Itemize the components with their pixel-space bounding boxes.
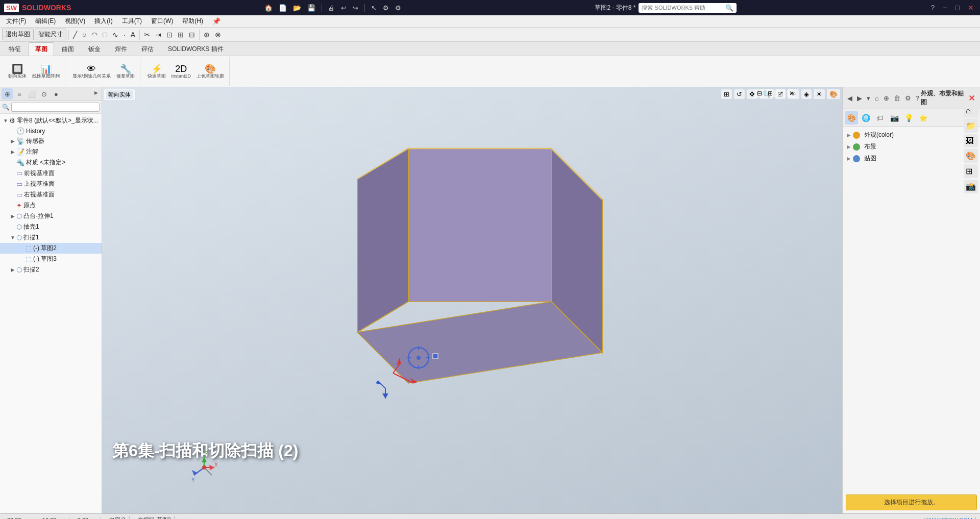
- panel-tab-feature[interactable]: ⊕: [2, 88, 13, 100]
- spline-btn[interactable]: ∿: [110, 30, 120, 40]
- panel-collapse-btn[interactable]: ▸: [92, 88, 100, 100]
- print-btn[interactable]: 🖨: [327, 3, 336, 13]
- help-btn[interactable]: ?: [929, 4, 937, 12]
- trim-btn[interactable]: ✂: [142, 30, 152, 40]
- nav-options-btn[interactable]: ⚙: [903, 94, 913, 103]
- viewport[interactable]: 朝向实体 ⊞ ↺ ✥ 🔍 ⊡ 👁 ◈ ☀ 🎨: [102, 87, 842, 513]
- table-mini-btn[interactable]: ⊞: [964, 164, 978, 178]
- tree-item-material[interactable]: 🔩 材质 <未指定>: [0, 157, 102, 168]
- palette-mini-btn[interactable]: 🎨: [964, 149, 978, 163]
- lighting-btn[interactable]: ☀: [814, 89, 825, 99]
- tree-item-notes[interactable]: ▶ 📝 注解: [0, 146, 102, 157]
- view-orientation-btn[interactable]: 🔲 朝向实体: [6, 63, 29, 80]
- nav-add-btn[interactable]: ⊕: [882, 94, 891, 103]
- tree-item-sweep2[interactable]: ▶ ⬡ 扫描2: [0, 264, 102, 275]
- home-mini-btn[interactable]: ⌂: [964, 104, 978, 117]
- home-btn[interactable]: 🏠: [263, 3, 274, 13]
- tab-features[interactable]: 特征: [2, 42, 28, 56]
- split-v-btn[interactable]: ⊞: [766, 89, 775, 97]
- appearance-btn[interactable]: 🎨: [827, 89, 840, 99]
- rotate-view-btn[interactable]: ↺: [734, 89, 745, 99]
- nav-delete-btn[interactable]: 🗑: [892, 94, 902, 103]
- tree-item-shell[interactable]: ⬡ 抽壳1: [0, 221, 102, 232]
- image-mini-btn[interactable]: 🖼: [964, 134, 978, 147]
- nav-forward-btn[interactable]: ▶: [855, 94, 864, 103]
- search-icon[interactable]: 🔍: [725, 4, 733, 12]
- panel-search-input[interactable]: [11, 103, 100, 112]
- minimize-btn[interactable]: −: [941, 4, 949, 12]
- tree-item-boss[interactable]: ▶ ⬡ 凸台-拉伸1: [0, 211, 102, 221]
- tree-item-top[interactable]: ▭ 上视基准面: [0, 179, 102, 189]
- rp-item-decal[interactable]: ▶ 贴图: [845, 153, 978, 164]
- render-btn[interactable]: ⭐: [916, 111, 929, 125]
- extend-btn[interactable]: ⇥: [153, 30, 163, 40]
- tab-sketch[interactable]: 草图: [29, 42, 54, 56]
- tab-addins[interactable]: SOLIDWORKS 插件: [161, 42, 230, 56]
- close-view-btn[interactable]: ✕: [787, 89, 796, 97]
- tab-weldments[interactable]: 焊件: [108, 42, 134, 56]
- exit-sketch-btn[interactable]: 退出草图: [2, 29, 34, 40]
- arc-btn[interactable]: ◠: [89, 30, 100, 40]
- menu-help[interactable]: 帮助(H): [178, 16, 207, 27]
- add-relation-btn[interactable]: ⊕: [202, 30, 212, 40]
- new-btn[interactable]: 📄: [277, 3, 288, 13]
- decal-tab-btn[interactable]: 🏷: [873, 111, 887, 125]
- repair-sketch-btn[interactable]: 🔧 修复草图: [114, 63, 137, 80]
- appearance-tab-btn[interactable]: 🎨: [845, 111, 858, 125]
- tree-item-sensor[interactable]: ▶ 📡 传感器: [0, 136, 102, 146]
- light-btn[interactable]: 💡: [902, 111, 915, 125]
- select-btn[interactable]: ↖: [370, 3, 378, 13]
- tree-item-sweep1[interactable]: ▼ ⬡ 扫描1: [0, 232, 102, 243]
- redo-btn[interactable]: ↪: [351, 3, 360, 13]
- tree-item-origin[interactable]: ✦ 原点: [0, 200, 102, 211]
- undo-btn[interactable]: ↩: [339, 3, 348, 13]
- search-box[interactable]: 🔍: [639, 3, 737, 13]
- tree-item-sketch2[interactable]: ⬚ (-) 草图2: [0, 243, 102, 254]
- save-btn[interactable]: 💾: [306, 3, 317, 13]
- menu-window[interactable]: 窗口(W): [147, 16, 177, 27]
- color-sketch-btn[interactable]: 🎨 上色草图轮廓: [194, 63, 226, 80]
- nav-dropdown-btn[interactable]: ▾: [865, 94, 872, 103]
- instant2d-btn[interactable]: 2D Instant2D: [169, 63, 193, 80]
- camera-mini-btn[interactable]: 📸: [964, 180, 978, 193]
- split-h-btn[interactable]: ⊟: [755, 89, 764, 97]
- panel-tab-display[interactable]: ⊙: [38, 88, 50, 100]
- open-btn[interactable]: 📂: [291, 3, 303, 13]
- rp-item-scene[interactable]: ▶ 布景: [845, 141, 978, 153]
- mirror-btn[interactable]: ⊞: [176, 30, 186, 40]
- menu-tools[interactable]: 工具(T): [118, 16, 146, 27]
- zoom-extend-btn[interactable]: ⊞: [721, 89, 732, 99]
- line-btn[interactable]: ╱: [71, 30, 79, 40]
- nav-help-btn[interactable]: ?: [914, 94, 921, 103]
- scene-tab-btn[interactable]: 🌐: [859, 111, 872, 125]
- tree-item-sketch3[interactable]: ⬚ (-) 草图3: [0, 254, 102, 264]
- view-mode-btn[interactable]: 朝向实体: [106, 90, 133, 99]
- options-btn[interactable]: ⚙: [394, 3, 403, 13]
- menu-file[interactable]: 文件(F): [2, 16, 30, 27]
- show-hide-btn[interactable]: 👁 显示/删除几何关系: [70, 63, 113, 80]
- rebuild-btn[interactable]: ⚙: [381, 3, 390, 13]
- fullscreen-btn[interactable]: ⤢: [776, 89, 786, 97]
- panel-tab-property[interactable]: ≡: [14, 88, 25, 100]
- rp-item-appearance[interactable]: ▶ 外观(color): [845, 129, 978, 141]
- rect-btn[interactable]: □: [101, 30, 109, 40]
- show-relation-btn[interactable]: ⊗: [213, 30, 223, 40]
- menu-edit[interactable]: 编辑(E): [31, 16, 60, 27]
- tree-item-part[interactable]: ▼ ⚙ 零件8 (默认<<默认>_显示状...: [0, 115, 102, 126]
- display-style-btn[interactable]: ◈: [801, 89, 812, 99]
- tree-item-right[interactable]: ▭ 右视基准面: [0, 189, 102, 200]
- panel-tab-config[interactable]: ⬜: [26, 88, 37, 100]
- tab-evaluate[interactable]: 评估: [135, 42, 160, 56]
- close-btn[interactable]: ✕: [966, 4, 976, 12]
- point-btn[interactable]: ·: [121, 30, 128, 40]
- right-panel-close-btn[interactable]: ✕: [966, 93, 977, 103]
- panel-tab-motion[interactable]: ●: [51, 88, 62, 100]
- search-input[interactable]: [642, 5, 723, 11]
- menu-view[interactable]: 视图(V): [61, 16, 89, 27]
- menu-insert[interactable]: 插入(I): [90, 16, 116, 27]
- pattern-btn[interactable]: ⊟: [187, 30, 197, 40]
- tree-item-front[interactable]: ▭ 前视基准面: [0, 168, 102, 179]
- tab-surface[interactable]: 曲面: [55, 42, 81, 56]
- camera-btn[interactable]: 📷: [888, 111, 901, 125]
- menu-pin[interactable]: 📌: [208, 16, 225, 26]
